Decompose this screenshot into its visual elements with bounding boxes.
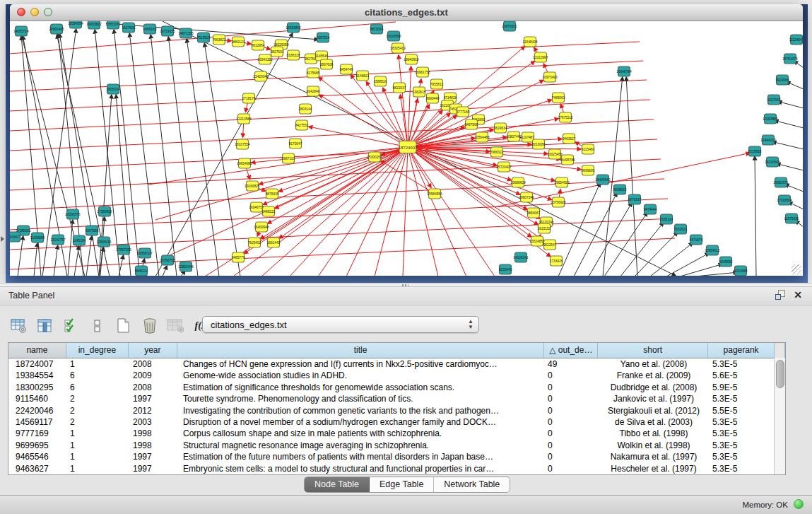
graph-node[interactable]: 10756928 xyxy=(551,197,566,207)
graph-node[interactable]: 10973493 xyxy=(542,72,558,82)
graph-node[interactable]: 11156889 xyxy=(30,233,45,243)
graph-node[interactable]: 8215958 xyxy=(748,146,762,156)
merge-cells-icon[interactable] xyxy=(88,317,107,335)
graph-node[interactable]: 9031988 xyxy=(734,266,748,276)
graph-node[interactable]: 19654985 xyxy=(237,158,252,168)
graph-node[interactable]: 7515526 xyxy=(197,33,211,42)
graph-node[interactable]: 8186328 xyxy=(287,50,300,60)
graph-node[interactable]: 16958107 xyxy=(137,248,153,258)
column-header-in_degree[interactable]: in_degree xyxy=(66,343,129,358)
table-vertical-scrollbar[interactable] xyxy=(774,358,785,474)
graph-node[interactable]: 9699695 xyxy=(582,165,595,175)
graph-node[interactable]: 22420046 xyxy=(253,71,269,81)
column-header-name[interactable]: name xyxy=(8,343,66,358)
graph-node[interactable]: 9245652 xyxy=(719,257,733,267)
graph-node[interactable]: 17359928 xyxy=(97,206,112,216)
graph-node[interactable]: 6497568 xyxy=(465,119,478,129)
graph-node[interactable]: 19166825 xyxy=(245,181,260,191)
graph-node[interactable]: 15584554 xyxy=(427,189,442,199)
graph-node[interactable]: 9929966 xyxy=(776,75,789,85)
graph-node[interactable]: 19654923 xyxy=(554,177,570,187)
graph-node[interactable]: 18807249 xyxy=(519,192,534,202)
graph-node[interactable]: 16495786 xyxy=(560,155,575,165)
graph-node[interactable]: 1691440 xyxy=(267,238,281,247)
graph-node[interactable]: 14136141 xyxy=(513,252,529,262)
graph-node[interactable]: 18640910 xyxy=(404,54,419,64)
graph-node[interactable]: 8813054 xyxy=(370,24,384,34)
graph-node[interactable]: 2867608 xyxy=(320,59,334,69)
graph-node[interactable]: 8427552 xyxy=(295,120,309,130)
graph-node[interactable]: 18107554 xyxy=(235,139,250,149)
graph-node[interactable]: 8822037 xyxy=(393,83,406,93)
graph-node[interactable]: 6966160 xyxy=(143,24,157,34)
tab-node-table[interactable]: Node Table xyxy=(305,477,370,492)
graph-node[interactable]: 20691406 xyxy=(49,24,64,34)
graph-node[interactable]: 9845112 xyxy=(135,266,148,276)
graph-node[interactable]: 12213967 xyxy=(533,52,548,62)
tab-network-table[interactable]: Network Table xyxy=(434,477,510,492)
table-row[interactable]: 946362711997Embryonic stem cells: a mode… xyxy=(8,463,785,474)
table-row[interactable]: 946554611997Estimation of the future num… xyxy=(8,451,785,462)
graph-node[interactable]: 1362615 xyxy=(413,87,426,97)
graph-node[interactable]: 20564486 xyxy=(474,132,490,142)
graph-node[interactable]: 9155445 xyxy=(499,264,512,274)
graph-node[interactable]: 5498222 xyxy=(262,206,276,216)
table-row[interactable]: 911546021997Tourette syndrome. Phenomeno… xyxy=(8,393,785,404)
row-check-icon[interactable] xyxy=(62,317,81,335)
graph-node[interactable]: 16033809 xyxy=(286,23,301,33)
graph-node[interactable]: 1615152 xyxy=(538,223,551,233)
graph-node[interactable]: 16409540 xyxy=(595,175,611,185)
graph-node[interactable]: 12505115 xyxy=(97,237,112,247)
table-selector-combobox[interactable]: citations_edges.txt ▲▼ xyxy=(202,316,479,333)
graph-node[interactable]: 7485063 xyxy=(552,93,565,103)
graph-node[interactable]: 10025458 xyxy=(547,149,563,159)
delete-table-icon-disabled[interactable] xyxy=(167,317,185,335)
network-window[interactable]: citations_edges.txt 18724007140557242069… xyxy=(10,4,803,276)
graph-node[interactable]: 9884067 xyxy=(527,208,541,218)
graph-node[interactable]: 12213583 xyxy=(236,114,252,124)
graph-node[interactable]: 8938923 xyxy=(613,185,627,194)
graph-node[interactable]: 10688609 xyxy=(510,177,526,187)
table-row[interactable]: 1456911722003Disruption of a novel membe… xyxy=(8,416,785,428)
window-resize-handle[interactable] xyxy=(792,264,801,274)
graph-node[interactable]: 8216088 xyxy=(532,139,546,149)
graph-node[interactable]: 19033822 xyxy=(86,21,102,29)
column-header-out_de[interactable]: △ out_de… xyxy=(544,343,598,358)
network-window-titlebar[interactable]: citations_edges.txt xyxy=(10,4,803,21)
graph-node[interactable]: 9146821 xyxy=(356,71,370,81)
graph-hub-node[interactable]: 18724007 xyxy=(399,141,418,153)
graph-node[interactable]: 9522547 xyxy=(543,240,557,250)
graph-node[interactable]: 16648784 xyxy=(616,66,632,76)
new-table-icon[interactable] xyxy=(114,317,133,335)
close-panel-icon[interactable]: ✕ xyxy=(794,290,802,300)
network-canvas[interactable]: 1872400714055724206914061838455419033822… xyxy=(10,21,803,276)
graph-node[interactable]: 14055724 xyxy=(13,26,29,36)
graph-node[interactable]: 11548408 xyxy=(523,37,538,47)
graph-node[interactable]: 8175685 xyxy=(307,68,320,78)
float-panel-icon[interactable] xyxy=(775,290,785,300)
graph-node[interactable]: 8878335 xyxy=(266,189,279,199)
graph-node[interactable]: 12923448 xyxy=(178,262,194,271)
graph-node[interactable]: 2803144 xyxy=(299,104,312,114)
graph-node[interactable]: 20206576 xyxy=(65,209,81,219)
graph-node[interactable]: 17975115 xyxy=(558,112,573,122)
graph-node[interactable]: 7857224 xyxy=(317,33,330,42)
graph-node[interactable]: 11124047 xyxy=(789,35,803,45)
table-row[interactable]: 969969511998Structural magnetic resonanc… xyxy=(8,440,785,451)
graph-node[interactable]: 9860123 xyxy=(232,37,245,47)
graph-node[interactable]: 16543382 xyxy=(257,54,273,64)
graph-node[interactable]: 15692971 xyxy=(773,177,789,187)
table-row[interactable]: 1938455462009Genome-wide association stu… xyxy=(8,370,785,381)
graph-node[interactable]: 9777169 xyxy=(457,107,470,117)
graph-node[interactable]: 14671355 xyxy=(178,28,194,38)
graph-node[interactable]: 10719155 xyxy=(160,26,175,36)
table-row[interactable]: 1872400712008Changes of HCN gene express… xyxy=(8,358,785,370)
graph-node[interactable]: 16409948 xyxy=(254,222,269,232)
panel-collapse-arrow-icon[interactable] xyxy=(1,236,4,242)
delete-trash-icon[interactable] xyxy=(141,317,159,335)
graph-node[interactable]: 17016504 xyxy=(777,195,792,205)
column-header-year[interactable]: year xyxy=(129,343,177,358)
table-row[interactable]: 977716911998Corpus callosum shape and si… xyxy=(8,428,785,439)
graph-node[interactable]: 10654012 xyxy=(705,245,720,255)
graph-node[interactable]: 7986322 xyxy=(490,147,504,157)
